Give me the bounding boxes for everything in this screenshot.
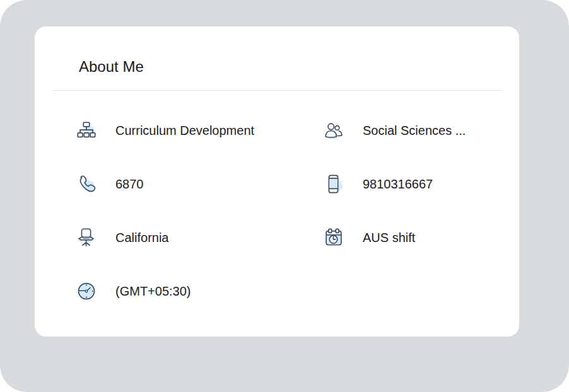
field-value: 6870 bbox=[115, 177, 144, 192]
timezone-clock-icon bbox=[76, 280, 97, 302]
field-mobile: 9810316667 bbox=[323, 158, 500, 211]
field-seating-location: California bbox=[76, 211, 323, 265]
field-time-zone: (GMT+05:30) bbox=[76, 265, 323, 318]
field-value: Social Sciences ... bbox=[363, 124, 466, 138]
divider bbox=[52, 90, 502, 91]
card-title: About Me bbox=[79, 58, 519, 76]
field-value: (GMT+05:30) bbox=[115, 284, 191, 299]
field-value: AUS shift bbox=[363, 231, 415, 245]
field-extension: 6870 bbox=[76, 158, 323, 211]
field-department: Curriculum Development bbox=[76, 104, 323, 158]
field-shift: AUS shift bbox=[323, 211, 500, 265]
about-me-card: About Me Curriculum Development bbox=[35, 26, 519, 337]
field-value: California bbox=[115, 231, 168, 245]
mobile-phone-icon bbox=[323, 173, 344, 195]
fields-grid: Curriculum Development Social Sciences .… bbox=[76, 104, 500, 318]
panel-background: About Me Curriculum Development bbox=[0, 0, 569, 392]
phone-extension-icon bbox=[76, 173, 97, 195]
shift-calendar-icon bbox=[323, 227, 344, 248]
org-chart-icon bbox=[76, 120, 97, 141]
field-value: 9810316667 bbox=[363, 177, 433, 192]
field-team: Social Sciences ... bbox=[323, 104, 500, 158]
field-value: Curriculum Development bbox=[115, 124, 254, 138]
desk-chair-icon bbox=[76, 227, 97, 248]
team-members-icon bbox=[323, 120, 344, 141]
